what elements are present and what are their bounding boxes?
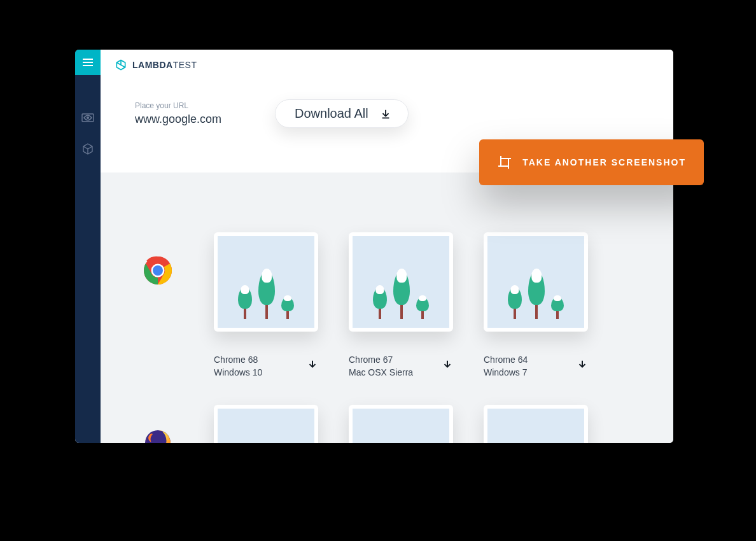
browser-row-chrome: Chrome 68 Windows 10 xyxy=(139,232,648,379)
screenshot-thumb[interactable] xyxy=(349,405,453,443)
cube-icon xyxy=(81,143,94,155)
sidebar-item-box[interactable] xyxy=(75,134,101,164)
card-meta: Chrome 68 Windows 10 xyxy=(214,353,318,379)
card-browser: Chrome 68 xyxy=(214,353,262,366)
url-value: www.google.com xyxy=(135,113,249,126)
firefox-cards xyxy=(214,405,588,443)
browser-row-firefox xyxy=(139,405,648,443)
brand-text-light: TEST xyxy=(173,60,197,70)
screenshot-card xyxy=(484,405,588,443)
sidebar-spacer xyxy=(75,75,101,103)
download-all-button[interactable]: Download All xyxy=(275,99,409,128)
screenshot-thumb[interactable] xyxy=(484,405,588,443)
screenshot-thumb[interactable] xyxy=(214,405,318,443)
download-card-button[interactable] xyxy=(307,359,318,373)
download-icon xyxy=(380,108,391,120)
svg-point-4 xyxy=(153,265,163,276)
monitor-eye-icon xyxy=(81,113,94,123)
url-label: Place your URL xyxy=(135,101,249,110)
card-text: Chrome 64 Windows 7 xyxy=(484,353,528,379)
download-card-button[interactable] xyxy=(577,359,588,373)
card-text: Chrome 67 Mac OSX Sierra xyxy=(349,353,413,379)
screenshot-card: Chrome 68 Windows 10 xyxy=(214,232,318,379)
card-os: Windows 7 xyxy=(484,366,528,379)
svg-rect-6 xyxy=(501,158,508,166)
sidebar xyxy=(75,50,101,443)
card-meta: Chrome 64 Windows 7 xyxy=(484,353,588,379)
screenshot-thumb[interactable] xyxy=(349,232,453,332)
hamburger-button[interactable] xyxy=(75,50,101,75)
download-icon xyxy=(442,359,453,370)
card-browser: Chrome 64 xyxy=(484,353,528,366)
logo: LAMBDATEST xyxy=(115,59,659,71)
card-browser: Chrome 67 xyxy=(349,353,413,366)
screenshot-card: Chrome 67 Mac OSX Sierra xyxy=(349,232,453,379)
download-all-label: Download All xyxy=(295,106,368,121)
hamburger-icon xyxy=(83,59,93,66)
chrome-icon xyxy=(143,255,173,286)
screenshot-thumb[interactable] xyxy=(484,232,588,332)
results-panel: Chrome 68 Windows 10 xyxy=(101,172,673,443)
brand-icon xyxy=(115,59,127,71)
screenshot-thumb[interactable] xyxy=(214,232,318,332)
screenshot-card xyxy=(349,405,453,443)
card-meta: Chrome 67 Mac OSX Sierra xyxy=(349,353,453,379)
brand-text: LAMBDATEST xyxy=(132,60,197,70)
download-card-button[interactable] xyxy=(442,359,453,373)
card-text: Chrome 68 Windows 10 xyxy=(214,353,262,379)
download-icon xyxy=(307,359,318,370)
crop-icon xyxy=(497,155,512,170)
card-os: Windows 10 xyxy=(214,366,262,379)
take-another-label: TAKE ANOTHER SCREENSHOT xyxy=(522,157,686,167)
browser-icon-col xyxy=(139,405,177,443)
url-block: Place your URL www.google.com xyxy=(135,101,249,126)
firefox-icon xyxy=(143,428,173,443)
sidebar-item-realtime[interactable] xyxy=(75,103,101,134)
download-icon xyxy=(577,359,588,370)
chrome-cards: Chrome 68 Windows 10 xyxy=(214,232,588,379)
brand-text-bold: LAMBDA xyxy=(132,60,173,70)
svg-point-1 xyxy=(87,117,89,119)
take-another-screenshot-button[interactable]: TAKE ANOTHER SCREENSHOT xyxy=(479,139,704,185)
screenshot-card xyxy=(214,405,318,443)
card-os: Mac OSX Sierra xyxy=(349,366,413,379)
screenshot-card: Chrome 64 Windows 7 xyxy=(484,232,588,379)
main-area: LAMBDATEST Place your URL www.google.com… xyxy=(101,50,673,443)
browser-icon-col xyxy=(139,232,177,286)
app-window: LAMBDATEST Place your URL www.google.com… xyxy=(75,50,673,443)
